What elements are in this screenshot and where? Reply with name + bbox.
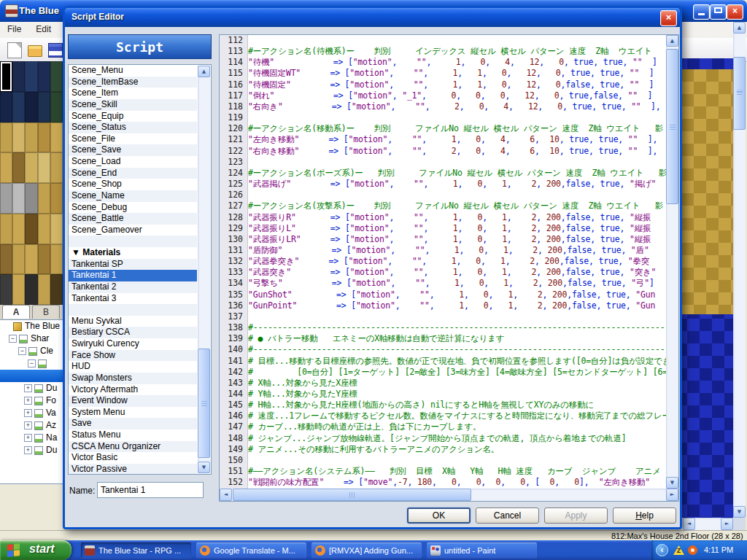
palette-tile[interactable] [38, 61, 50, 92]
palette-tile[interactable] [0, 92, 12, 122]
close-button[interactable]: × [727, 4, 743, 20]
palette-tile[interactable] [25, 61, 37, 92]
list-item[interactable]: Scene_End [69, 168, 197, 179]
task-button[interactable]: untitled - Paint [426, 542, 538, 559]
menu-item-file[interactable]: File [0, 22, 28, 36]
palette-tile[interactable] [12, 152, 25, 183]
palette-tile[interactable] [0, 61, 12, 92]
expand-icon[interactable]: + [24, 446, 32, 454]
list-item[interactable]: Menu Syvkal [69, 316, 197, 327]
scroll-right-icon[interactable]: ► [666, 489, 678, 501]
list-item[interactable]: Scene_ItemBase [69, 77, 197, 88]
expand-icon[interactable]: + [24, 397, 32, 405]
scroll-down-icon[interactable]: ▼ [666, 477, 678, 489]
palette-tile[interactable] [0, 152, 12, 183]
tree-row[interactable]: +Na [0, 432, 65, 444]
list-item[interactable]: Victory Aftermath [69, 384, 197, 396]
scroll-up-icon[interactable]: ▲ [733, 22, 746, 34]
scroll-right-icon[interactable]: ► [721, 518, 733, 530]
list-scrollbar[interactable]: ▲▼ [198, 66, 210, 473]
list-item[interactable]: Tankentai SP [69, 259, 197, 271]
list-item[interactable]: Tankentai 1 [69, 270, 197, 281]
task-button[interactable]: The Blue Star - RPG ... [80, 542, 192, 559]
list-item[interactable] [69, 236, 197, 247]
list-item[interactable]: System Menu [69, 407, 197, 419]
palette-tile[interactable] [38, 274, 50, 305]
palette-tile[interactable] [25, 152, 37, 183]
list-item[interactable]: Scene_Equip [69, 111, 197, 122]
scroll-down-icon[interactable]: ▼ [198, 462, 210, 473]
palette-tile[interactable] [38, 244, 50, 275]
palette-tile[interactable] [38, 92, 50, 122]
list-item[interactable]: Scene_Gameover [69, 225, 197, 236]
palette-tile[interactable] [12, 122, 25, 153]
list-item[interactable]: Swap Monsters [69, 373, 197, 384]
scroll-down-icon[interactable]: ▼ [733, 506, 746, 518]
palette-tile[interactable] [50, 152, 63, 183]
expand-icon[interactable]: + [24, 421, 32, 429]
dialog-titlebar[interactable]: Script Editor × [65, 8, 680, 27]
list-section-header[interactable]: ▼ Materials [69, 247, 197, 259]
collapse-icon[interactable]: − [18, 347, 26, 355]
close-icon[interactable]: × [660, 10, 677, 26]
palette-tile[interactable] [0, 183, 12, 214]
tileset-palette[interactable] [0, 61, 63, 305]
tree-row[interactable]: − [0, 357, 65, 370]
map-vertical-scrollbar[interactable]: ▲▼ [733, 22, 746, 518]
start-button[interactable]: start [0, 540, 71, 560]
palette-tile[interactable] [38, 214, 50, 244]
list-item[interactable]: Scene_Item [69, 88, 197, 99]
palette-tile[interactable] [38, 152, 50, 183]
new-file-icon[interactable] [7, 42, 22, 58]
task-button[interactable]: Google Translate - M... [196, 542, 307, 559]
tree-row[interactable]: +Az [0, 419, 65, 432]
tree-row[interactable]: −Cle [0, 345, 65, 357]
list-item[interactable]: Swiryuki Curency [69, 338, 197, 350]
scrollbar-thumb[interactable] [233, 489, 471, 501]
palette-tile[interactable] [25, 214, 37, 244]
palette-tile[interactable] [12, 92, 25, 122]
menu-item-edit[interactable]: Edit [28, 22, 58, 36]
list-item[interactable]: Save [69, 418, 197, 429]
list-item[interactable]: Face Show [69, 350, 197, 362]
list-item[interactable] [69, 304, 197, 316]
collapse-icon[interactable]: − [28, 359, 36, 368]
list-item[interactable]: HUD [69, 361, 197, 373]
expand-icon[interactable]: + [24, 384, 32, 392]
ring-icon[interactable] [688, 545, 697, 555]
code-vertical-scrollbar[interactable]: ▲▼ [666, 35, 678, 489]
map-horizontal-scrollbar[interactable]: ◄► [683, 518, 733, 530]
palette-tile[interactable] [25, 92, 37, 122]
code-horizontal-scrollbar[interactable]: ◄► [220, 489, 678, 501]
scrollbar-thumb[interactable] [733, 57, 746, 130]
palette-tile[interactable] [12, 214, 25, 244]
palette-tile[interactable] [0, 122, 12, 153]
list-item[interactable]: Scene_Save [69, 144, 197, 156]
palette-tile[interactable] [50, 244, 63, 275]
palette-tile[interactable] [38, 122, 50, 153]
map-tree[interactable]: The Blue−Shar−Cle−+Du+Fo+Va+Az+Na+Du [0, 319, 66, 484]
scroll-left-icon[interactable]: ◄ [683, 518, 695, 530]
list-item[interactable]: Tankentai 2 [69, 281, 197, 293]
minimize-button[interactable] [693, 4, 710, 20]
palette-tile[interactable] [50, 274, 63, 305]
palette-tile[interactable] [50, 183, 63, 214]
maximize-button[interactable] [710, 4, 727, 20]
list-item[interactable]: Scene_Skill [69, 99, 197, 111]
list-item[interactable]: Scene_Debug [69, 202, 197, 214]
collapse-icon[interactable]: − [9, 335, 17, 343]
list-item[interactable]: Tankentai 3 [69, 293, 197, 305]
scrollbar-thumb[interactable] [198, 349, 210, 458]
expand-icon[interactable]: + [24, 409, 32, 417]
script-list[interactable]: Scene_MenuScene_ItemBaseScene_ItemScene_… [68, 64, 212, 475]
palette-tile[interactable] [50, 214, 63, 244]
palette-tile[interactable] [25, 274, 37, 305]
code-text-area[interactable]: #ーアクション名(待機系)ー 判別 インデックス 縦セル 横セル パターン 速度… [248, 35, 667, 489]
tree-row[interactable]: +Du [0, 444, 65, 456]
list-item[interactable]: Bestiary CSCA [69, 327, 197, 338]
ok-button[interactable]: OK [407, 508, 471, 524]
list-item[interactable]: Scene_Status [69, 122, 197, 133]
save-icon[interactable] [48, 43, 63, 58]
palette-tile[interactable] [50, 61, 63, 92]
zonealarm-icon[interactable]: Z [673, 545, 684, 555]
